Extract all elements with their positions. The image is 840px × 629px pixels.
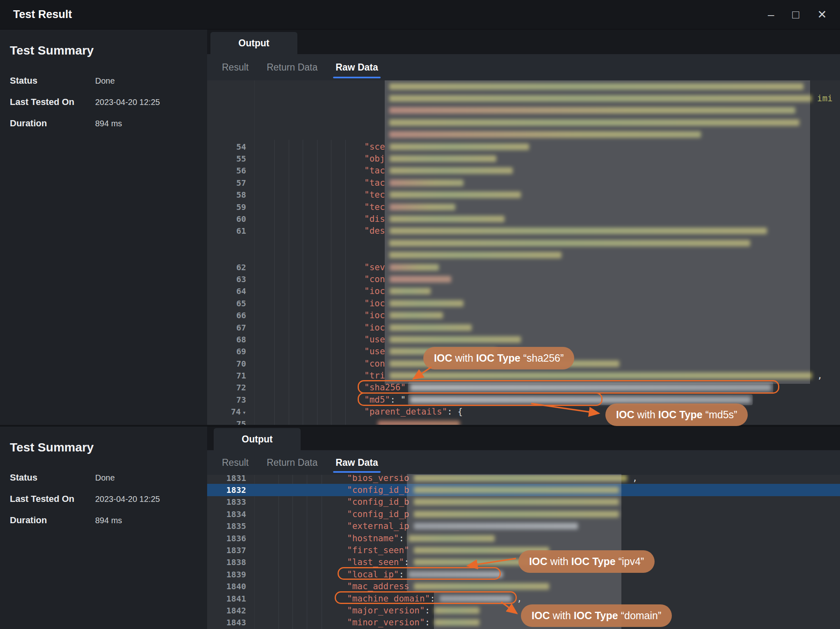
json-key: "local_ip" <box>347 570 399 579</box>
subtab-raw-data[interactable]: Raw Data <box>336 54 378 80</box>
code-lines: imi54"sce55"obj56"tac57"tac58"tec59"tec6… <box>207 80 840 425</box>
redacted-value <box>388 165 515 176</box>
code-line: 1833"config_id_b <box>207 496 840 508</box>
redacted-value <box>406 533 497 544</box>
subtab-return-data[interactable]: Return Data <box>267 450 317 475</box>
blurred-text <box>378 421 460 425</box>
line-number: 55 <box>207 154 254 164</box>
code-line: 66"ioc <box>207 309 840 321</box>
json-key: "first_seen" <box>347 545 409 555</box>
line-number: 1834 <box>207 509 254 519</box>
subtab-result[interactable]: Result <box>222 450 249 475</box>
redacted-value <box>388 322 474 333</box>
subtab-result[interactable]: Result <box>222 54 249 80</box>
subtab-raw-data[interactable]: Raw Data <box>336 450 378 475</box>
json-key: "ioc <box>364 310 385 320</box>
json-key: "ioc <box>364 323 385 333</box>
output-area: Output ResultReturn DataRaw Data imi54"s… <box>207 30 840 425</box>
blurred-text <box>414 475 627 481</box>
code-content: "config_id_b <box>254 496 840 508</box>
redacted-value <box>432 605 482 616</box>
test-summary-rows: StatusDoneLast Tested On2023-04-20 12:25… <box>10 75 197 129</box>
code-line: 1838"last_seen": <box>207 556 840 568</box>
line-number: 66 <box>207 310 254 320</box>
code-line: 1839"local_ip": <box>207 568 840 580</box>
minimize-icon[interactable]: – <box>768 9 774 21</box>
code-content: "last_seen": <box>254 556 840 568</box>
tab-output[interactable]: Output <box>210 32 297 54</box>
code-content: "ioc <box>254 297 840 309</box>
line-number: 59 <box>207 202 254 212</box>
raw-data-editor[interactable]: imi54"sce55"obj56"tac57"tac58"tec59"tec6… <box>207 80 840 425</box>
line-number: 1837 <box>207 545 254 555</box>
code-content: "dis <box>254 213 840 225</box>
redacted-value <box>406 569 505 580</box>
code-trailing-text: , <box>817 371 823 381</box>
blurred-text <box>440 595 511 602</box>
code-line <box>207 116 840 128</box>
summary-row: StatusDone <box>10 75 197 86</box>
code-line: 1834"config_id_p <box>207 508 840 520</box>
redacted-value <box>388 298 466 309</box>
redacted-value <box>387 81 806 92</box>
code-line: 73"md5": " <box>207 394 840 406</box>
summary-row: StatusDone <box>10 472 197 483</box>
redacted-value <box>412 545 551 556</box>
summary-label: Status <box>10 472 95 483</box>
redacted-value <box>376 419 462 425</box>
summary-label: Last Tested On <box>10 97 95 107</box>
redacted-value <box>387 129 703 140</box>
redacted-value <box>412 581 551 592</box>
maximize-icon[interactable]: □ <box>792 9 799 21</box>
redacted-value <box>388 358 621 369</box>
subtab-return-data[interactable]: Return Data <box>267 54 317 80</box>
blurred-text <box>389 252 562 258</box>
test-summary-sidebar: Test Summary StatusDoneLast Tested On202… <box>0 30 207 425</box>
summary-value: 894 ms <box>95 119 122 128</box>
code-content: "local_ip": <box>254 568 840 580</box>
code-content: "tac <box>254 165 840 177</box>
blurred-text <box>390 228 767 234</box>
code-content <box>254 237 840 249</box>
json-key: "con <box>364 274 385 284</box>
json-key: "tec <box>364 202 385 212</box>
code-content: "sha256" <box>254 382 840 394</box>
redacted-value <box>388 178 466 188</box>
test-summary-title: Test Summary <box>10 43 197 57</box>
tab-output[interactable]: Output <box>214 428 301 450</box>
summary-value: Done <box>95 76 115 86</box>
blurred-text <box>434 619 479 626</box>
code-line <box>207 129 840 141</box>
line-number: 1832 <box>207 485 254 495</box>
code-content: imi <box>254 92 840 104</box>
line-number: 58 <box>207 190 254 200</box>
redacted-value <box>388 346 498 357</box>
summary-value: Done <box>95 473 115 483</box>
blurred-text <box>414 559 549 565</box>
tab-strip: Output <box>207 30 840 54</box>
line-number: 67 <box>207 323 254 333</box>
blurred-text <box>390 216 504 222</box>
code-line: 56"tac <box>207 165 840 177</box>
line-number: 1836 <box>207 533 254 543</box>
json-punctuation: : <box>404 557 409 567</box>
code-line: 1836"hostname": <box>207 532 840 544</box>
summary-row: Duration894 ms <box>10 118 197 129</box>
code-line: 74▾"parent_details": { <box>207 406 840 418</box>
line-number: 1840 <box>207 581 254 591</box>
tab-strip: Output <box>207 426 840 450</box>
summary-label: Last Tested On <box>10 494 95 504</box>
redacted-value <box>412 521 580 531</box>
raw-data-editor[interactable]: 1831"bios_versio,1832"config_id_b1833"co… <box>207 475 840 629</box>
test-summary-title: Test Summary <box>10 440 197 454</box>
blurred-text <box>414 499 619 505</box>
json-punctuation: : <box>399 570 404 579</box>
json-key: "tri <box>364 371 385 381</box>
redacted-value <box>408 382 773 393</box>
line-number: 1841 <box>207 594 254 604</box>
line-number: 69 <box>207 346 254 356</box>
window-controls: – □ ✕ <box>768 9 827 21</box>
close-icon[interactable]: ✕ <box>817 9 827 21</box>
blurred-text <box>390 372 812 379</box>
code-trailing-text: , <box>632 475 638 483</box>
